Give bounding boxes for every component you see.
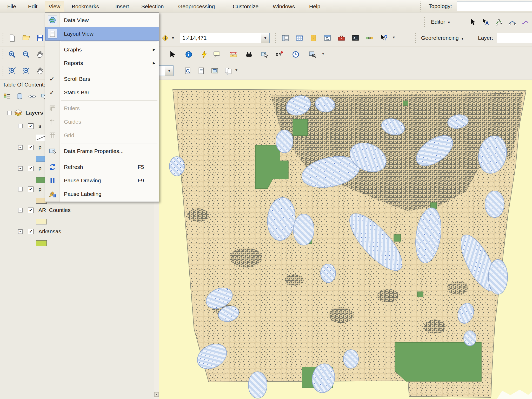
- sketch-trace-button[interactable]: [520, 16, 531, 28]
- attribute-table-button[interactable]: [294, 32, 305, 44]
- layer-label[interactable]: s: [38, 123, 41, 129]
- menu-item-pause-labeling[interactable]: Pause Labeling: [45, 187, 159, 201]
- menu-item-refresh[interactable]: Refresh F5: [45, 160, 159, 174]
- menu-item-graphs[interactable]: Graphs ▶: [45, 43, 159, 56]
- menu-customize[interactable]: Customize: [229, 1, 262, 12]
- sketch-arc-button[interactable]: [507, 16, 518, 28]
- menu-item-status-bar[interactable]: ✓ Status Bar: [45, 86, 159, 99]
- toc-window-button[interactable]: [280, 32, 291, 44]
- menu-selection[interactable]: Selection: [138, 1, 167, 12]
- list-by-drawing-order-button[interactable]: [2, 91, 12, 101]
- collapse-layer-button[interactable]: −: [18, 208, 23, 212]
- scale-dropdown-button[interactable]: ▼: [261, 33, 269, 43]
- menu-help[interactable]: Help: [305, 1, 324, 12]
- toolbar-grip[interactable]: [415, 33, 416, 43]
- search-window-button[interactable]: [322, 32, 333, 44]
- menu-item-layout-view[interactable]: Layout View: [45, 27, 159, 41]
- identify-button[interactable]: [183, 49, 194, 60]
- add-data-button[interactable]: [159, 32, 171, 44]
- whats-this-button[interactable]: [378, 32, 389, 44]
- collapse-layer-button[interactable]: −: [18, 187, 23, 191]
- menu-item-scroll-bars[interactable]: ✓ Scroll Bars: [45, 72, 159, 86]
- zoom-in-button[interactable]: [6, 49, 18, 60]
- georef-layer-combo[interactable]: [497, 33, 532, 43]
- pan-button[interactable]: [34, 49, 46, 60]
- open-document-button[interactable]: [20, 32, 32, 44]
- go-to-xy-button[interactable]: [273, 49, 285, 60]
- georeferencing-menu-button[interactable]: Georeferencing▼: [418, 32, 467, 44]
- topology-combo[interactable]: [457, 2, 532, 11]
- find-button[interactable]: [243, 49, 255, 60]
- zoom-whole-page-button[interactable]: [182, 65, 193, 76]
- focus-data-frame-button[interactable]: [209, 65, 220, 76]
- list-by-visibility-button[interactable]: [27, 91, 37, 101]
- edit-annotation-button[interactable]: [480, 16, 491, 28]
- zoom-out-button[interactable]: [20, 49, 32, 60]
- georef-layer-input[interactable]: [497, 33, 532, 43]
- callout-button[interactable]: [211, 49, 222, 60]
- fixed-zoom-in-button[interactable]: [6, 65, 18, 76]
- toolbar-grip[interactable]: [2, 49, 4, 59]
- fixed-zoom-out-button[interactable]: [20, 65, 32, 76]
- arctoolbox-button[interactable]: [336, 32, 347, 44]
- toolbar-overflow[interactable]: ▾: [235, 68, 237, 72]
- layer-label[interactable]: p: [38, 165, 42, 171]
- layer-label[interactable]: p: [38, 186, 42, 192]
- layer-checkbox[interactable]: ✓: [28, 229, 34, 234]
- collapse-layer-button[interactable]: −: [18, 124, 23, 128]
- menu-edit[interactable]: Edit: [24, 1, 41, 12]
- layer-label-arkansas[interactable]: Arkansas: [38, 228, 61, 235]
- layer-checkbox[interactable]: ✓: [28, 145, 34, 150]
- save-button[interactable]: [34, 32, 46, 44]
- layers-root-label[interactable]: Layers: [25, 110, 43, 116]
- new-document-button[interactable]: [6, 32, 18, 44]
- menu-item-pause-drawing[interactable]: Pause Drawing F9: [45, 174, 159, 187]
- topology-input[interactable]: [457, 2, 532, 11]
- map-canvas[interactable]: [159, 80, 532, 399]
- zoom-100-button[interactable]: [195, 65, 207, 76]
- sketch-line-button[interactable]: [494, 16, 505, 28]
- editor-menu-button[interactable]: Editor▼: [428, 16, 454, 28]
- toolbar-grip[interactable]: [420, 2, 422, 11]
- list-by-source-button[interactable]: [15, 91, 24, 101]
- layer-checkbox[interactable]: ✓: [28, 208, 34, 213]
- scale-input[interactable]: [180, 33, 261, 43]
- scale-combo[interactable]: ▼: [180, 33, 270, 43]
- collapse-layer-button[interactable]: −: [18, 229, 23, 234]
- toolbar-grip[interactable]: [274, 33, 276, 43]
- time-slider-button[interactable]: [290, 49, 301, 60]
- collapse-layer-button[interactable]: −: [18, 145, 23, 150]
- pan-layout-button[interactable]: [34, 65, 46, 76]
- menu-bookmarks[interactable]: Bookmarks: [68, 1, 103, 12]
- collapse-layers-button[interactable]: −: [7, 111, 12, 115]
- layer-label-ar-counties[interactable]: AR_Counties: [38, 207, 71, 213]
- toolbar-grip[interactable]: [2, 66, 4, 76]
- toolbar-overflow[interactable]: ▾: [322, 51, 324, 56]
- scroll-down-button[interactable]: ▾: [154, 392, 159, 397]
- html-popup-button[interactable]: [198, 49, 210, 60]
- select-features-button[interactable]: [259, 49, 270, 60]
- collapse-layer-button[interactable]: −: [18, 166, 23, 171]
- measure-button[interactable]: [228, 49, 239, 60]
- viewer-window-button[interactable]: [307, 49, 318, 60]
- change-layout-button[interactable]: [222, 65, 234, 76]
- menu-item-reports[interactable]: Reports ▶: [45, 56, 159, 70]
- menu-item-data-view[interactable]: Data View: [45, 14, 159, 27]
- select-elements-button[interactable]: [166, 49, 178, 60]
- menu-geoprocessing[interactable]: Geoprocessing: [175, 1, 218, 12]
- python-window-button[interactable]: [350, 32, 361, 44]
- layer-symbol-counties[interactable]: [36, 219, 47, 224]
- modelbuilder-button[interactable]: [364, 32, 375, 44]
- layout-zoom-dropdown[interactable]: ▼: [165, 66, 173, 76]
- menu-file[interactable]: File: [4, 1, 20, 12]
- toolbar-grip[interactable]: [423, 17, 425, 27]
- layer-checkbox[interactable]: ✓: [28, 187, 34, 192]
- toolbar-overflow[interactable]: ▾: [393, 35, 395, 40]
- layer-checkbox[interactable]: ✓: [28, 123, 34, 129]
- menu-view[interactable]: View: [45, 1, 64, 12]
- add-data-dropdown[interactable]: ▼: [170, 32, 176, 44]
- menu-insert[interactable]: Insert: [112, 1, 133, 12]
- layer-label[interactable]: p: [38, 144, 42, 150]
- toolbar-grip[interactable]: [2, 33, 4, 43]
- layer-checkbox[interactable]: ✓: [28, 166, 34, 171]
